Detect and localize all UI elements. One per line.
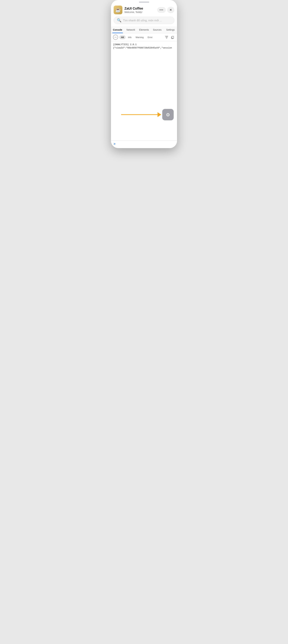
settings-icon-box[interactable]: ⚙ — [162, 109, 174, 120]
more-button[interactable]: ••• — [157, 7, 166, 13]
search-icon: 🔍 — [117, 18, 121, 22]
header-actions: ••• ✕ — [157, 7, 174, 13]
console-toolbar: All Info Warning Error — [111, 33, 177, 41]
phone-frame: ☕ ZaUI Coffee Welcome, Teddy! ••• ✕ 🔍 Tì… — [111, 0, 177, 148]
tab-sources[interactable]: Sources — [151, 26, 164, 33]
search-container: 🔍 Tìm nhanh đồ uống, món mới ... — [111, 17, 177, 26]
filter-warning-button[interactable]: Warning — [134, 35, 145, 39]
app-header: ☕ ZaUI Coffee Welcome, Teddy! ••• ✕ — [111, 4, 177, 17]
search-placeholder-text: Tìm nhanh đồ uống, món mới ... — [123, 19, 171, 22]
filter-error-button[interactable]: Error — [146, 35, 154, 39]
console-content: [ZANALYTICS] 2.0.1 {"viewId":"66b48507f6… — [111, 41, 177, 140]
filter-all-button[interactable]: All — [119, 35, 126, 39]
no-entry-icon — [114, 37, 117, 37]
console-prompt[interactable]: > — [114, 142, 115, 146]
settings-gear-icon: ⚙ — [166, 111, 170, 118]
app-icon-inner: ☕ — [114, 6, 122, 14]
no-entry-button[interactable] — [113, 35, 118, 40]
close-button[interactable]: ✕ — [167, 7, 174, 13]
filter-info-button[interactable]: Info — [126, 35, 133, 39]
tab-elements[interactable]: Elements — [137, 26, 151, 33]
app-icon: ☕ — [114, 6, 122, 14]
filter-icon[interactable] — [164, 35, 169, 40]
filter-buttons: All Info Warning Error — [119, 35, 163, 39]
tab-console[interactable]: Console — [111, 26, 124, 33]
app-title: ZaUI Coffee — [124, 6, 155, 10]
app-title-group: ZaUI Coffee Welcome, Teddy! — [124, 6, 155, 14]
copy-icon[interactable] — [170, 35, 175, 40]
arrow-line — [121, 114, 158, 115]
drag-indicator — [139, 2, 149, 2]
arrow-head — [158, 112, 161, 117]
arrow-annotation: ⚙ — [121, 109, 174, 120]
toolbar-icons — [164, 35, 175, 40]
console-log-line-2: {"viewId":"66b48507f686728d52045a44","se… — [113, 46, 175, 50]
tab-settings[interactable]: Settings — [164, 26, 177, 33]
bottom-bar: > — [111, 140, 177, 148]
app-subtitle: Welcome, Teddy! — [124, 11, 155, 14]
devtools-tabs: Console Network Elements Sources Setting… — [111, 26, 177, 33]
svg-rect-0 — [172, 36, 174, 38]
coffee-icon: ☕ — [115, 8, 121, 12]
tab-network[interactable]: Network — [124, 26, 138, 33]
search-bar[interactable]: 🔍 Tìm nhanh đồ uống, món mới ... — [114, 17, 174, 24]
console-log-line-1: [ZANALYTICS] 2.0.1 — [113, 43, 175, 46]
